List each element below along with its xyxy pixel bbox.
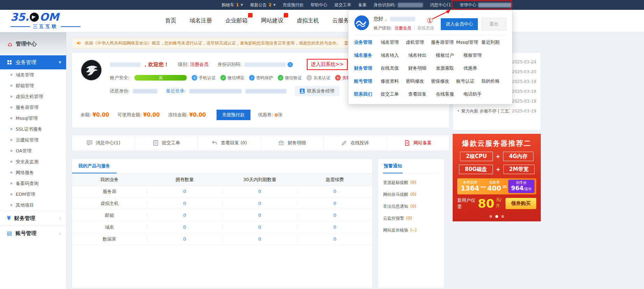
sidebar-item-network-service[interactable]: 网络服务 <box>0 167 66 178</box>
topbar-help-center[interactable]: 帮助中心 <box>311 2 327 8</box>
website-beian-button[interactable]: 网站备案 <box>386 135 449 151</box>
nav-domain-register[interactable]: 域名注册 <box>189 16 213 26</box>
message-center-button[interactable]: 消息中心(1) <box>72 135 135 151</box>
cell-value[interactable]: 0 <box>297 213 372 218</box>
warning-illegal-info[interactable]: 非法信息通知 (0) <box>383 200 439 212</box>
cell-value[interactable]: 0 <box>147 225 222 230</box>
dropdown-category-domain[interactable]: 域名服务 <box>354 52 381 59</box>
dropdown-category-business[interactable]: 业务管理 <box>354 39 381 46</box>
warning-cloud-monitor[interactable]: 云监控报警 (0) <box>383 212 439 224</box>
recharge-button[interactable]: 充值预付款 <box>217 110 250 120</box>
topbar-submit-ticket[interactable]: 提交工单 <box>334 2 351 8</box>
sidebar-home[interactable]: ⌂ 管理中心 <box>0 32 66 55</box>
wechat-bind-badge[interactable]: ✓微信绑定 <box>220 75 244 81</box>
carousel-dot[interactable] <box>501 215 504 218</box>
sidebar-item-oa-mgmt[interactable]: OA管理 <box>0 145 66 156</box>
phone-auth-badge[interactable]: ✆手机认证 <box>192 75 215 81</box>
view-replies-button[interactable]: 查看回复 (0) <box>198 135 261 151</box>
dropdown-link[interactable]: 服务器管理 <box>431 39 456 46</box>
dropdown-link[interactable]: 密保修改 <box>431 78 456 84</box>
topbar-cart[interactable]: 购物车 1 ▼ <box>221 2 243 8</box>
nav-website-build[interactable]: 网站建设 <box>260 16 284 26</box>
cell-value[interactable]: 0 <box>147 213 222 218</box>
sidebar-item-other[interactable]: 其他项目 <box>0 200 66 211</box>
logout-button[interactable]: 退出 <box>481 18 507 30</box>
dropdown-link[interactable]: 模板管理 <box>463 52 491 59</box>
dropdown-link[interactable]: 虚机管理 <box>406 39 431 46</box>
cell-value[interactable]: 0 <box>222 213 297 218</box>
dropdown-link[interactable]: 优惠券 <box>463 65 491 71</box>
cell-value[interactable]: 0 <box>222 201 297 206</box>
cell-value[interactable]: 0 <box>297 225 372 230</box>
dropdown-link[interactable]: Mssql管理 <box>456 39 481 46</box>
online-recharge-link[interactable]: 在线充值 <box>417 25 434 31</box>
topbar-recharge[interactable]: 充值预付款 <box>283 2 304 8</box>
sidebar-item-account-mgmt[interactable]: ▤ 账号管理 › <box>0 226 66 241</box>
sidebar-item-finance-mgmt[interactable]: ¥ 财务管理 › <box>0 211 66 226</box>
cell-value[interactable]: 0 <box>222 225 297 230</box>
carousel-dot-active[interactable] <box>495 215 498 218</box>
sidebar-item-business-mgmt[interactable]: 业务管理 ▼ <box>0 55 66 69</box>
dropdown-link[interactable]: 发票索取 <box>436 65 463 71</box>
dropdown-link[interactable]: 密码修改 <box>406 78 431 84</box>
online-complaint-button[interactable]: 在线投诉 <box>323 135 386 151</box>
dropdown-link[interactable]: 在线充值 <box>381 65 408 71</box>
news-title[interactable]: 聚力向新 步履不停 | 三五互联2... <box>461 108 510 114</box>
cell-value[interactable]: 0 <box>222 236 297 242</box>
sidebar-item-ssl-service[interactable]: SSL证书服务 <box>0 124 66 135</box>
dropdown-link[interactable]: 财务明细 <box>408 65 436 71</box>
sidebar-item-cloudsite-mgmt[interactable]: 云建站管理 <box>0 135 66 145</box>
nav-home[interactable]: 首页 <box>164 16 177 26</box>
cell-value[interactable]: 0 <box>222 189 297 194</box>
sidebar-item-vhost-mgmt[interactable]: 虚拟主机管理 <box>0 91 66 102</box>
warning-antifraud-check[interactable]: 网站反诈核验 (--) <box>383 224 439 236</box>
wechat-verify-badge[interactable]: ✓微信验证 <box>278 75 302 81</box>
cell-value[interactable]: 0 <box>297 189 372 194</box>
enter-member-center-button[interactable]: 进入会员中心 <box>441 18 478 30</box>
dropdown-link[interactable]: 域名转出 <box>408 52 436 59</box>
info-icon[interactable]: i <box>288 62 293 67</box>
dropdown-link[interactable]: 查看回复 <box>408 91 436 97</box>
dropdown-category-contact[interactable]: 联系我们 <box>354 91 381 97</box>
sidebar-item-domain-mgmt[interactable]: 域名管理 <box>0 69 66 80</box>
sidebar-item-mail-mgmt[interactable]: 邮箱管理 <box>0 80 66 91</box>
topbar-message-center[interactable]: 消息中心(1) <box>430 2 453 8</box>
promo-banner[interactable]: 爆款云服务器推荐二 2核CPU + 4G内存 80G磁盘 + 2M带宽 本周促销… <box>453 134 541 221</box>
finance-detail-button[interactable]: 财务明细 <box>260 135 323 151</box>
cell-value[interactable]: 0 <box>297 236 372 242</box>
dropdown-link[interactable]: 域名管理 <box>381 39 406 46</box>
carousel-dot[interactable] <box>489 215 492 218</box>
submit-ticket-button[interactable]: 提交工单 <box>135 135 198 151</box>
cell-value[interactable]: 0 <box>147 189 222 194</box>
dropdown-link[interactable]: 电话助手 <box>463 91 491 97</box>
dropdown-link[interactable]: 提交工单 <box>381 91 408 97</box>
old-system-link[interactable]: 进入旧系统>> <box>311 61 344 68</box>
topbar-beian[interactable]: 备案 <box>358 2 367 8</box>
dropdown-category-finance[interactable]: 财务管理 <box>354 65 381 71</box>
dropdown-link[interactable]: 模板过户 <box>436 52 463 59</box>
warning-resource-over[interactable]: 资源超标提醒 (0) <box>383 177 439 188</box>
cell-value[interactable]: 0 <box>297 201 372 206</box>
warning-site-trojan[interactable]: 网站挂马提醒 (0) <box>383 188 439 200</box>
news-item[interactable]: • 聚力向新 步履不停 | 三五互联2... 2025-03-19 <box>457 106 536 116</box>
site-logo[interactable]: 35. OM 三五互联 <box>10 12 80 30</box>
sidebar-item-security-monitor[interactable]: 安全及监测 <box>0 156 66 167</box>
buy-coupon-button[interactable]: 领券购买 <box>505 198 536 209</box>
dropdown-link[interactable]: 账号认证 <box>456 78 481 84</box>
topbar-admin-center[interactable]: 管理中心 <box>460 2 512 8</box>
sidebar-item-mssql-mgmt[interactable]: Mssql管理 <box>0 113 66 124</box>
topbar-announcements[interactable]: 最新公告 2 ▼ <box>250 2 276 8</box>
dropdown-link[interactable]: 修改资料 <box>381 78 406 84</box>
sidebar-item-server-mgmt[interactable]: 服务器管理 <box>0 102 66 113</box>
cell-value[interactable]: 0 <box>147 236 222 242</box>
sidebar-item-edm-mgmt[interactable]: EDM管理 <box>0 189 66 200</box>
cell-value[interactable]: 0 <box>147 201 222 206</box>
dropdown-category-account[interactable]: 账号管理 <box>354 78 381 84</box>
dropdown-link[interactable]: 我的价格 <box>481 78 507 84</box>
dropdown-link[interactable]: 在线客服 <box>436 91 463 97</box>
realname-auth-badge[interactable]: ✓实名认证 <box>306 75 330 81</box>
dropdown-link[interactable]: 域名转入 <box>381 52 408 59</box>
dropdown-link[interactable]: 最近到期 <box>481 39 507 46</box>
nav-virtual-host[interactable]: 虚拟主机 <box>296 16 320 26</box>
sidebar-item-beian-code[interactable]: 备案码查询 <box>0 178 66 189</box>
